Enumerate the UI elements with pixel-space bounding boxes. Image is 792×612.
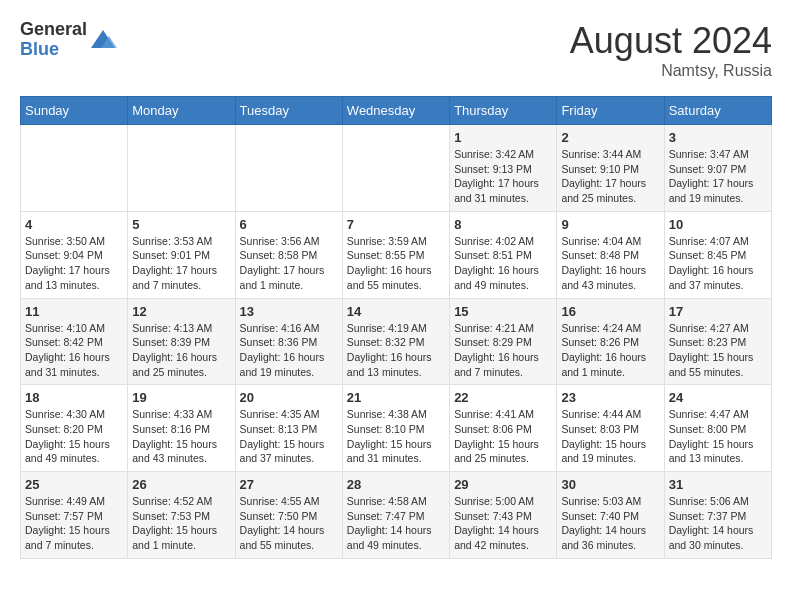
header-thursday: Thursday: [450, 97, 557, 125]
day-cell: [342, 125, 449, 212]
day-cell: 27Sunrise: 4:55 AM Sunset: 7:50 PM Dayli…: [235, 472, 342, 559]
day-cell: 13Sunrise: 4:16 AM Sunset: 8:36 PM Dayli…: [235, 298, 342, 385]
day-cell: 24Sunrise: 4:47 AM Sunset: 8:00 PM Dayli…: [664, 385, 771, 472]
calendar-header-row: SundayMondayTuesdayWednesdayThursdayFrid…: [21, 97, 772, 125]
day-content: Sunrise: 4:02 AM Sunset: 8:51 PM Dayligh…: [454, 234, 552, 293]
day-number: 25: [25, 477, 123, 492]
day-cell: 11Sunrise: 4:10 AM Sunset: 8:42 PM Dayli…: [21, 298, 128, 385]
day-number: 24: [669, 390, 767, 405]
day-cell: 23Sunrise: 4:44 AM Sunset: 8:03 PM Dayli…: [557, 385, 664, 472]
header-tuesday: Tuesday: [235, 97, 342, 125]
day-content: Sunrise: 3:44 AM Sunset: 9:10 PM Dayligh…: [561, 147, 659, 206]
day-cell: [21, 125, 128, 212]
day-cell: 12Sunrise: 4:13 AM Sunset: 8:39 PM Dayli…: [128, 298, 235, 385]
header-monday: Monday: [128, 97, 235, 125]
day-number: 17: [669, 304, 767, 319]
calendar-table: SundayMondayTuesdayWednesdayThursdayFrid…: [20, 96, 772, 559]
day-content: Sunrise: 4:04 AM Sunset: 8:48 PM Dayligh…: [561, 234, 659, 293]
day-cell: 16Sunrise: 4:24 AM Sunset: 8:26 PM Dayli…: [557, 298, 664, 385]
day-content: Sunrise: 4:16 AM Sunset: 8:36 PM Dayligh…: [240, 321, 338, 380]
day-cell: 31Sunrise: 5:06 AM Sunset: 7:37 PM Dayli…: [664, 472, 771, 559]
day-number: 15: [454, 304, 552, 319]
day-content: Sunrise: 5:03 AM Sunset: 7:40 PM Dayligh…: [561, 494, 659, 553]
day-number: 10: [669, 217, 767, 232]
day-cell: 29Sunrise: 5:00 AM Sunset: 7:43 PM Dayli…: [450, 472, 557, 559]
day-cell: 19Sunrise: 4:33 AM Sunset: 8:16 PM Dayli…: [128, 385, 235, 472]
day-content: Sunrise: 5:06 AM Sunset: 7:37 PM Dayligh…: [669, 494, 767, 553]
header-friday: Friday: [557, 97, 664, 125]
day-cell: 7Sunrise: 3:59 AM Sunset: 8:55 PM Daylig…: [342, 211, 449, 298]
day-cell: 14Sunrise: 4:19 AM Sunset: 8:32 PM Dayli…: [342, 298, 449, 385]
day-number: 29: [454, 477, 552, 492]
day-cell: 22Sunrise: 4:41 AM Sunset: 8:06 PM Dayli…: [450, 385, 557, 472]
day-number: 23: [561, 390, 659, 405]
day-content: Sunrise: 4:49 AM Sunset: 7:57 PM Dayligh…: [25, 494, 123, 553]
day-content: Sunrise: 4:58 AM Sunset: 7:47 PM Dayligh…: [347, 494, 445, 553]
day-number: 30: [561, 477, 659, 492]
day-content: Sunrise: 4:27 AM Sunset: 8:23 PM Dayligh…: [669, 321, 767, 380]
week-row-5: 25Sunrise: 4:49 AM Sunset: 7:57 PM Dayli…: [21, 472, 772, 559]
day-cell: 8Sunrise: 4:02 AM Sunset: 8:51 PM Daylig…: [450, 211, 557, 298]
day-content: Sunrise: 4:10 AM Sunset: 8:42 PM Dayligh…: [25, 321, 123, 380]
day-content: Sunrise: 4:19 AM Sunset: 8:32 PM Dayligh…: [347, 321, 445, 380]
day-cell: 1Sunrise: 3:42 AM Sunset: 9:13 PM Daylig…: [450, 125, 557, 212]
day-cell: 28Sunrise: 4:58 AM Sunset: 7:47 PM Dayli…: [342, 472, 449, 559]
day-cell: 30Sunrise: 5:03 AM Sunset: 7:40 PM Dayli…: [557, 472, 664, 559]
day-cell: 15Sunrise: 4:21 AM Sunset: 8:29 PM Dayli…: [450, 298, 557, 385]
day-number: 22: [454, 390, 552, 405]
day-content: Sunrise: 4:47 AM Sunset: 8:00 PM Dayligh…: [669, 407, 767, 466]
day-content: Sunrise: 4:41 AM Sunset: 8:06 PM Dayligh…: [454, 407, 552, 466]
page-header: General Blue August 2024 Namtsy, Russia: [20, 20, 772, 80]
logo-icon: [89, 26, 117, 54]
title-area: August 2024 Namtsy, Russia: [570, 20, 772, 80]
day-number: 2: [561, 130, 659, 145]
day-cell: 4Sunrise: 3:50 AM Sunset: 9:04 PM Daylig…: [21, 211, 128, 298]
day-content: Sunrise: 4:55 AM Sunset: 7:50 PM Dayligh…: [240, 494, 338, 553]
day-cell: 26Sunrise: 4:52 AM Sunset: 7:53 PM Dayli…: [128, 472, 235, 559]
day-content: Sunrise: 3:50 AM Sunset: 9:04 PM Dayligh…: [25, 234, 123, 293]
day-number: 16: [561, 304, 659, 319]
day-number: 3: [669, 130, 767, 145]
day-content: Sunrise: 3:59 AM Sunset: 8:55 PM Dayligh…: [347, 234, 445, 293]
day-content: Sunrise: 4:07 AM Sunset: 8:45 PM Dayligh…: [669, 234, 767, 293]
day-number: 20: [240, 390, 338, 405]
day-content: Sunrise: 4:38 AM Sunset: 8:10 PM Dayligh…: [347, 407, 445, 466]
week-row-4: 18Sunrise: 4:30 AM Sunset: 8:20 PM Dayli…: [21, 385, 772, 472]
day-cell: 9Sunrise: 4:04 AM Sunset: 8:48 PM Daylig…: [557, 211, 664, 298]
day-cell: 25Sunrise: 4:49 AM Sunset: 7:57 PM Dayli…: [21, 472, 128, 559]
day-number: 7: [347, 217, 445, 232]
day-content: Sunrise: 3:47 AM Sunset: 9:07 PM Dayligh…: [669, 147, 767, 206]
day-content: Sunrise: 5:00 AM Sunset: 7:43 PM Dayligh…: [454, 494, 552, 553]
day-number: 21: [347, 390, 445, 405]
day-content: Sunrise: 3:53 AM Sunset: 9:01 PM Dayligh…: [132, 234, 230, 293]
header-saturday: Saturday: [664, 97, 771, 125]
day-content: Sunrise: 4:24 AM Sunset: 8:26 PM Dayligh…: [561, 321, 659, 380]
day-number: 1: [454, 130, 552, 145]
day-number: 11: [25, 304, 123, 319]
day-number: 8: [454, 217, 552, 232]
day-cell: 6Sunrise: 3:56 AM Sunset: 8:58 PM Daylig…: [235, 211, 342, 298]
day-cell: 17Sunrise: 4:27 AM Sunset: 8:23 PM Dayli…: [664, 298, 771, 385]
header-wednesday: Wednesday: [342, 97, 449, 125]
day-content: Sunrise: 4:30 AM Sunset: 8:20 PM Dayligh…: [25, 407, 123, 466]
day-content: Sunrise: 4:13 AM Sunset: 8:39 PM Dayligh…: [132, 321, 230, 380]
day-number: 18: [25, 390, 123, 405]
day-number: 26: [132, 477, 230, 492]
week-row-3: 11Sunrise: 4:10 AM Sunset: 8:42 PM Dayli…: [21, 298, 772, 385]
day-number: 28: [347, 477, 445, 492]
day-cell: 5Sunrise: 3:53 AM Sunset: 9:01 PM Daylig…: [128, 211, 235, 298]
day-content: Sunrise: 4:44 AM Sunset: 8:03 PM Dayligh…: [561, 407, 659, 466]
logo-general-text: General: [20, 20, 87, 40]
day-content: Sunrise: 4:35 AM Sunset: 8:13 PM Dayligh…: [240, 407, 338, 466]
day-number: 5: [132, 217, 230, 232]
day-cell: 3Sunrise: 3:47 AM Sunset: 9:07 PM Daylig…: [664, 125, 771, 212]
day-number: 13: [240, 304, 338, 319]
day-cell: 20Sunrise: 4:35 AM Sunset: 8:13 PM Dayli…: [235, 385, 342, 472]
day-cell: [128, 125, 235, 212]
day-cell: 10Sunrise: 4:07 AM Sunset: 8:45 PM Dayli…: [664, 211, 771, 298]
day-cell: 21Sunrise: 4:38 AM Sunset: 8:10 PM Dayli…: [342, 385, 449, 472]
week-row-1: 1Sunrise: 3:42 AM Sunset: 9:13 PM Daylig…: [21, 125, 772, 212]
day-number: 14: [347, 304, 445, 319]
day-content: Sunrise: 4:21 AM Sunset: 8:29 PM Dayligh…: [454, 321, 552, 380]
week-row-2: 4Sunrise: 3:50 AM Sunset: 9:04 PM Daylig…: [21, 211, 772, 298]
